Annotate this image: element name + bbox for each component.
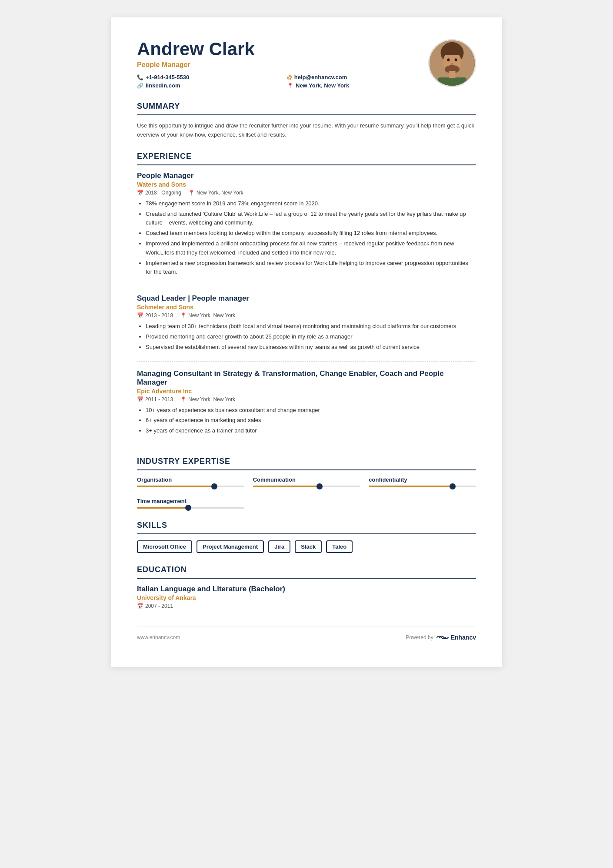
- skill-tag: Microsoft Office: [137, 540, 192, 553]
- linkedin-icon: 🔗: [137, 83, 143, 89]
- footer-url: www.enhancv.com: [137, 634, 180, 640]
- exp-location: 📍 New York, New York: [180, 396, 235, 402]
- expertise-label: confidentiality: [369, 476, 476, 483]
- bullet-item: Supervised the establishment of several …: [146, 343, 476, 352]
- expertise-label: Time management: [137, 498, 244, 504]
- exp-meta: 📅 2011 - 2013📍 New York, New York: [137, 396, 476, 402]
- location-icon: 📍: [188, 190, 195, 196]
- exp-location: 📍 New York, New York: [188, 190, 243, 196]
- enhancv-icon: [436, 634, 449, 641]
- slider-track[interactable]: [137, 486, 244, 487]
- exp-role: People Manager: [137, 171, 476, 180]
- email-item: @ help@enhancv.com: [287, 74, 428, 80]
- email-value: help@enhancv.com: [294, 74, 347, 80]
- phone-value: +1-914-345-5530: [146, 74, 189, 80]
- experience-item: People ManagerWaters and Sons📅 2018 - On…: [137, 171, 476, 286]
- linkedin-value: linkedin.com: [146, 82, 180, 89]
- slider-dot: [185, 505, 191, 511]
- svg-rect-3: [443, 46, 461, 55]
- calendar-icon: 📅: [137, 312, 143, 318]
- edu-meta: 📅 2007 - 2011: [137, 603, 476, 609]
- svg-point-9: [451, 63, 453, 65]
- expertise-grid: OrganisationCommunicationconfidentiality…: [137, 476, 476, 509]
- experience-section: EXPERIENCE People ManagerWaters and Sons…: [137, 152, 476, 445]
- slider-track[interactable]: [369, 486, 476, 487]
- slider-fill: [137, 486, 214, 487]
- education-title: EDUCATION: [137, 565, 476, 579]
- expertise-item: Organisation: [137, 476, 244, 487]
- resume-document: Andrew Clark People Manager 📞 +1-914-345…: [111, 17, 502, 667]
- location-icon: 📍: [180, 312, 187, 318]
- linkedin-item: 🔗 linkedin.com: [137, 82, 278, 89]
- bullet-item: Coached team members looking to develop …: [146, 229, 476, 238]
- slider-track[interactable]: [253, 486, 360, 487]
- exp-bullets: 10+ years of experience as business cons…: [137, 406, 476, 436]
- svg-rect-8: [449, 71, 455, 78]
- phone-icon: 📞: [137, 74, 143, 80]
- candidate-title: People Manager: [137, 61, 428, 69]
- exp-meta: 📅 2018 - Ongoing📍 New York, New York: [137, 190, 476, 196]
- expertise-label: Organisation: [137, 476, 244, 483]
- slider-dot: [450, 483, 456, 489]
- exp-dates: 📅 2013 - 2018: [137, 312, 173, 318]
- edu-degree: Italian Language and Literature (Bachelo…: [137, 585, 476, 593]
- skills-list: Microsoft OfficeProject ManagementJiraSl…: [137, 540, 476, 553]
- slider-fill: [253, 486, 320, 487]
- slider-track[interactable]: [137, 507, 244, 509]
- location-value: New York, New York: [296, 82, 349, 89]
- exp-meta: 📅 2013 - 2018📍 New York, New York: [137, 312, 476, 318]
- experience-list: People ManagerWaters and Sons📅 2018 - On…: [137, 171, 476, 445]
- candidate-name: Andrew Clark: [137, 39, 428, 59]
- education-section: EDUCATION Italian Language and Literatur…: [137, 565, 476, 609]
- skill-tag: Slack: [295, 540, 322, 553]
- avatar: [428, 39, 476, 87]
- experience-item: Managing Consultant in Strategy & Transf…: [137, 369, 476, 445]
- bullet-item: Implemented a new progression framework …: [146, 259, 476, 277]
- expertise-section: INDUSTRY EXPERTISE OrganisationCommunica…: [137, 457, 476, 509]
- exp-location: 📍 New York, New York: [180, 312, 235, 318]
- powered-by-label: Powered by: [406, 634, 433, 640]
- summary-text: Use this opportunity to intrigue and dra…: [137, 121, 476, 140]
- header-left: Andrew Clark People Manager 📞 +1-914-345…: [137, 39, 428, 89]
- svg-point-4: [447, 58, 450, 61]
- skill-tag: Jira: [268, 540, 290, 553]
- skill-tag: Project Management: [197, 540, 264, 553]
- expertise-item: Communication: [253, 476, 360, 487]
- expertise-title: INDUSTRY EXPERTISE: [137, 457, 476, 470]
- education-list: Italian Language and Literature (Bachelo…: [137, 585, 476, 609]
- header-section: Andrew Clark People Manager 📞 +1-914-345…: [137, 39, 476, 89]
- summary-title: SUMMARY: [137, 102, 476, 115]
- expertise-item: confidentiality: [369, 476, 476, 487]
- svg-point-5: [455, 58, 457, 61]
- education-item: Italian Language and Literature (Bachelo…: [137, 585, 476, 609]
- location-item: 📍 New York, New York: [287, 82, 428, 89]
- slider-dot: [316, 483, 323, 489]
- experience-title: EXPERIENCE: [137, 152, 476, 165]
- edu-school: University of Ankara: [137, 594, 476, 601]
- exp-company: Waters and Sons: [137, 181, 476, 188]
- bullet-item: 6+ years of experience in marketing and …: [146, 416, 476, 425]
- skill-tag: Taleo: [326, 540, 353, 553]
- calendar-icon: 📅: [137, 190, 143, 196]
- summary-section: SUMMARY Use this opportunity to intrigue…: [137, 102, 476, 140]
- bullet-item: Leading team of 30+ technicians (both lo…: [146, 322, 476, 331]
- slider-dot: [211, 483, 217, 489]
- exp-company: Epic Adventure Inc: [137, 388, 476, 395]
- exp-role: Managing Consultant in Strategy & Transf…: [137, 369, 476, 387]
- exp-dates: 📅 2018 - Ongoing: [137, 190, 181, 196]
- exp-bullets: Leading team of 30+ technicians (both lo…: [137, 322, 476, 352]
- calendar-icon: 📅: [137, 396, 143, 402]
- slider-fill: [137, 507, 188, 509]
- bullet-item: 3+ years of experience as a trainer and …: [146, 426, 476, 436]
- skills-section: SKILLS Microsoft OfficeProject Managemen…: [137, 521, 476, 553]
- exp-role: Squad Leader | People manager: [137, 294, 476, 303]
- exp-dates: 📅 2011 - 2013: [137, 396, 173, 402]
- bullet-item: 10+ years of experience as business cons…: [146, 406, 476, 415]
- experience-item: Squad Leader | People managerSchmeler an…: [137, 294, 476, 361]
- email-icon: @: [287, 74, 292, 80]
- bullet-item: Created and launched 'Culture Club' at W…: [146, 210, 476, 228]
- location-icon: 📍: [180, 396, 187, 402]
- contact-info: 📞 +1-914-345-5530 @ help@enhancv.com 🔗 l…: [137, 74, 428, 89]
- brand-name: Enhancv: [451, 634, 476, 641]
- expertise-item: Time management: [137, 498, 244, 509]
